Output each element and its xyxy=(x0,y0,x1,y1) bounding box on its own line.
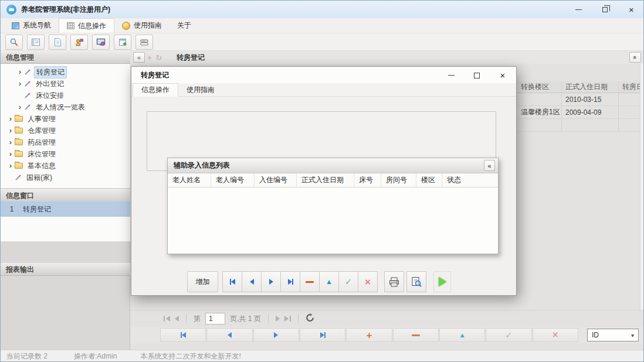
pager-next-button[interactable] xyxy=(276,316,280,322)
add-button[interactable]: 增加 xyxy=(187,271,218,292)
menu-item-system-nav[interactable]: 系统导航 xyxy=(4,18,59,33)
column-header[interactable]: 状态 xyxy=(442,173,498,187)
sidebar-collapse-button[interactable]: « xyxy=(133,52,145,63)
run-button[interactable] xyxy=(433,271,451,292)
expand-arrow-icon[interactable]: › xyxy=(6,137,15,148)
info-window-row[interactable]: 1 转房登记 xyxy=(1,202,130,217)
record-cancel-button[interactable]: × xyxy=(533,328,578,342)
record-confirm-button[interactable]: ✓ xyxy=(486,328,531,342)
dialog-first-button[interactable] xyxy=(222,271,242,292)
folder-icon xyxy=(15,151,23,157)
pager-refresh-button[interactable] xyxy=(306,313,314,324)
menu-item-info-operations[interactable]: 信息操作 xyxy=(59,18,114,33)
column-header[interactable]: 老人姓名 xyxy=(168,173,211,187)
user-task-icon xyxy=(74,37,84,47)
tree-item-bed-arrangement[interactable]: › 床位安排 xyxy=(1,90,130,101)
dialog-cancel-button[interactable]: × xyxy=(358,271,378,292)
expand-arrow-icon[interactable]: › xyxy=(16,78,24,89)
dialog-maximize-button[interactable] xyxy=(464,67,490,83)
dialog-title: 转房登记 xyxy=(141,70,169,80)
print-button[interactable] xyxy=(384,271,404,292)
tree-item-nationality[interactable]: › 国籍(家) xyxy=(1,172,130,183)
preview-button[interactable] xyxy=(406,271,426,292)
tree-folder-warehouse[interactable]: › 仓库管理 xyxy=(1,125,130,136)
field-selector-value: ID xyxy=(592,331,599,339)
column-header[interactable]: 转房日 xyxy=(619,81,640,93)
table-row[interactable]: 2010-03-15 xyxy=(517,93,640,106)
pager-first-button[interactable] xyxy=(164,316,170,322)
tree-folder-basic-info[interactable]: › 基本信息 xyxy=(1,160,130,172)
card-file-button[interactable] xyxy=(135,35,153,50)
record-delete-button[interactable] xyxy=(393,328,439,342)
column-header[interactable]: 入住编号 xyxy=(255,173,297,187)
monitor-button[interactable] xyxy=(92,35,110,50)
window-new-button[interactable] xyxy=(114,35,131,50)
tree-folder-medicine[interactable]: › 药品管理 xyxy=(1,136,130,148)
form-button[interactable] xyxy=(27,35,45,50)
expand-arrow-icon[interactable]: › xyxy=(16,67,24,77)
pager-last-button[interactable] xyxy=(284,316,291,322)
dialog-minimize-button[interactable] xyxy=(438,67,464,83)
dialog-delete-button[interactable] xyxy=(300,271,320,292)
dialog-edit-button[interactable]: ▲ xyxy=(319,271,339,292)
restore-button[interactable] xyxy=(592,1,618,18)
minimize-button[interactable] xyxy=(565,1,592,18)
tree-item-label: 外出登记 xyxy=(34,78,66,90)
column-header[interactable]: 转换楼区 xyxy=(517,81,562,93)
search-button[interactable] xyxy=(5,35,23,50)
record-last-button[interactable] xyxy=(300,328,345,342)
record-add-button[interactable]: + xyxy=(346,328,392,342)
pager-prev-button[interactable] xyxy=(175,316,179,322)
dialog-confirm-button[interactable]: ✓ xyxy=(338,271,358,292)
user-task-button[interactable] xyxy=(70,35,88,50)
dialog-next-button[interactable] xyxy=(261,271,281,292)
expand-arrow-icon[interactable]: › xyxy=(6,160,15,171)
document-button[interactable] xyxy=(49,35,66,50)
panel-collapse-up-button[interactable]: « xyxy=(629,52,641,63)
column-header[interactable]: 楼区 xyxy=(416,173,442,187)
table-row[interactable]: 温馨楼房1区 2009-04-09 xyxy=(517,106,640,119)
column-header[interactable]: 老人编号 xyxy=(211,173,255,187)
edit-triangle-icon: ▲ xyxy=(459,332,466,339)
tree-item-room-transfer[interactable]: › 转房登记 xyxy=(1,66,130,78)
expand-arrow-icon[interactable]: › xyxy=(6,149,15,159)
dialog-tab-user-guide[interactable]: 使用指南 xyxy=(178,83,223,96)
record-edit-button[interactable]: ▲ xyxy=(439,328,485,342)
vertical-scrollbar[interactable] xyxy=(640,64,644,310)
column-header[interactable]: 房间号 xyxy=(381,173,416,187)
expand-arrow-icon[interactable]: › xyxy=(6,114,15,124)
menu-item-about[interactable]: 关于 xyxy=(170,18,199,33)
record-prev-button[interactable] xyxy=(206,328,252,342)
dialog-tab-info-operations[interactable]: 信息操作 xyxy=(133,83,178,97)
tree-folder-bed-management[interactable]: › 床位管理 xyxy=(1,148,130,160)
close-icon: × xyxy=(629,5,634,14)
field-selector-dropdown[interactable]: ID ▾ xyxy=(587,329,639,341)
sidebar-panel-info-window[interactable]: 信息窗口 xyxy=(1,189,130,202)
help-icon xyxy=(122,22,130,30)
table-row[interactable] xyxy=(517,119,640,132)
dialog-close-button[interactable]: × xyxy=(490,67,516,83)
column-header[interactable]: 正式入住日期 xyxy=(297,173,354,187)
pager-page-input[interactable] xyxy=(205,313,225,325)
expand-arrow-icon[interactable]: › xyxy=(6,125,15,136)
dialog-title-bar[interactable]: 转房登记 × xyxy=(131,67,516,83)
record-next-button[interactable] xyxy=(253,328,299,342)
column-header[interactable]: 床号 xyxy=(354,173,381,187)
tree-item-label: 基本信息 xyxy=(26,160,57,172)
menu-item-user-guide[interactable]: 使用指南 xyxy=(114,18,170,33)
info-window-list: 1 转房登记 xyxy=(1,202,130,241)
column-header[interactable]: 正式入住日期 xyxy=(562,81,619,93)
edit-triangle-icon: ▲ xyxy=(326,278,333,286)
sidebar-panel-info-management[interactable]: 信息管理 xyxy=(1,51,130,64)
close-button[interactable]: × xyxy=(618,1,644,18)
sidebar-panel-report-output[interactable]: 报表输出 xyxy=(1,263,130,276)
dialog-last-button[interactable] xyxy=(280,271,300,292)
tree-item-elder-overview[interactable]: › 老人情况一览表 xyxy=(1,101,130,113)
record-first-button[interactable] xyxy=(160,328,206,342)
expand-arrow-icon[interactable]: › xyxy=(16,102,24,112)
tree-item-outing-register[interactable]: › 外出登记 xyxy=(1,78,130,90)
system-message: 本系统支持二次开发和全新开发! xyxy=(140,351,240,361)
tree-folder-personnel[interactable]: › 人事管理 xyxy=(1,113,130,125)
dialog-prev-button[interactable] xyxy=(242,271,262,292)
helper-panel-collapse-button[interactable]: « xyxy=(484,160,495,171)
